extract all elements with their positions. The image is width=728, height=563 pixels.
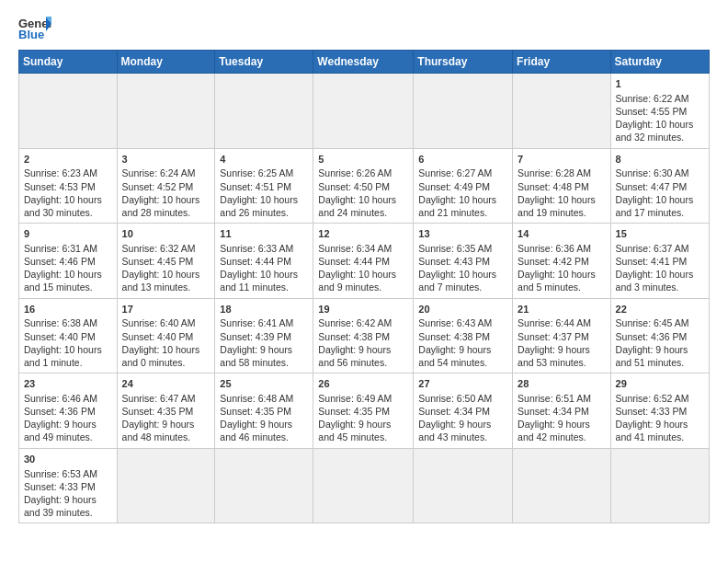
day-number: 3 xyxy=(122,153,210,167)
day-number: 27 xyxy=(418,377,507,391)
calendar-cell xyxy=(117,448,215,523)
calendar-cell: 12Sunrise: 6:34 AMSunset: 4:44 PMDayligh… xyxy=(313,224,414,299)
sun-info: Sunrise: 6:49 AMSunset: 4:35 PMDaylight:… xyxy=(318,393,392,443)
day-number: 10 xyxy=(122,227,210,241)
sun-info: Sunrise: 6:30 AMSunset: 4:47 PMDaylight:… xyxy=(616,167,694,218)
calendar-cell: 20Sunrise: 6:43 AMSunset: 4:38 PMDayligh… xyxy=(414,298,513,373)
day-number: 2 xyxy=(24,153,112,167)
sun-info: Sunrise: 6:48 AMSunset: 4:35 PMDaylight:… xyxy=(220,393,293,443)
day-number: 22 xyxy=(616,303,704,316)
calendar-cell xyxy=(414,74,513,149)
logo: General Blue xyxy=(18,15,51,40)
day-number: 28 xyxy=(518,377,606,391)
calendar-cell: 15Sunrise: 6:37 AMSunset: 4:41 PMDayligh… xyxy=(610,224,709,299)
sun-info: Sunrise: 6:26 AMSunset: 4:50 PMDaylight:… xyxy=(318,167,396,218)
svg-text:Blue: Blue xyxy=(18,28,44,40)
calendar-cell: 6Sunrise: 6:27 AMSunset: 4:49 PMDaylight… xyxy=(414,148,513,224)
day-number: 21 xyxy=(518,303,606,316)
sun-info: Sunrise: 6:34 AMSunset: 4:44 PMDaylight:… xyxy=(318,243,396,293)
sun-info: Sunrise: 6:28 AMSunset: 4:48 PMDaylight:… xyxy=(518,167,596,218)
sun-info: Sunrise: 6:23 AMSunset: 4:53 PMDaylight:… xyxy=(24,167,102,218)
day-number: 5 xyxy=(318,153,408,167)
calendar-cell: 18Sunrise: 6:41 AMSunset: 4:39 PMDayligh… xyxy=(215,298,313,373)
calendar-cell: 1Sunrise: 6:22 AMSunset: 4:55 PMDaylight… xyxy=(610,74,709,149)
logo-icon: General Blue xyxy=(18,15,51,40)
week-row: 9Sunrise: 6:31 AMSunset: 4:46 PMDaylight… xyxy=(19,224,710,299)
sun-info: Sunrise: 6:46 AMSunset: 4:36 PMDaylight:… xyxy=(24,393,97,443)
calendar-cell: 23Sunrise: 6:46 AMSunset: 4:36 PMDayligh… xyxy=(19,373,118,449)
calendar-cell xyxy=(513,74,611,149)
sun-info: Sunrise: 6:37 AMSunset: 4:41 PMDaylight:… xyxy=(616,243,694,293)
calendar-cell: 3Sunrise: 6:24 AMSunset: 4:52 PMDaylight… xyxy=(117,148,215,224)
calendar-cell: 8Sunrise: 6:30 AMSunset: 4:47 PMDaylight… xyxy=(610,148,709,224)
header: General Blue xyxy=(18,15,710,40)
day-number: 7 xyxy=(518,153,606,167)
day-number: 25 xyxy=(220,377,308,391)
sun-info: Sunrise: 6:36 AMSunset: 4:42 PMDaylight:… xyxy=(518,243,596,293)
sun-info: Sunrise: 6:41 AMSunset: 4:39 PMDaylight:… xyxy=(220,317,293,368)
calendar-cell: 7Sunrise: 6:28 AMSunset: 4:48 PMDaylight… xyxy=(513,148,611,224)
calendar-cell xyxy=(19,74,118,149)
week-row: 2Sunrise: 6:23 AMSunset: 4:53 PMDaylight… xyxy=(19,148,710,224)
calendar-cell: 24Sunrise: 6:47 AMSunset: 4:35 PMDayligh… xyxy=(117,373,215,449)
calendar-cell xyxy=(513,448,611,523)
day-number: 9 xyxy=(24,227,112,241)
calendar-cell: 13Sunrise: 6:35 AMSunset: 4:43 PMDayligh… xyxy=(414,224,513,299)
calendar-cell: 14Sunrise: 6:36 AMSunset: 4:42 PMDayligh… xyxy=(513,224,611,299)
weekday-saturday: Saturday xyxy=(610,51,709,74)
calendar-cell xyxy=(117,74,215,149)
calendar-cell xyxy=(610,448,709,523)
calendar-cell xyxy=(313,74,414,149)
sun-info: Sunrise: 6:22 AMSunset: 4:55 PMDaylight:… xyxy=(616,93,694,144)
weekday-wednesday: Wednesday xyxy=(313,51,414,74)
sun-info: Sunrise: 6:27 AMSunset: 4:49 PMDaylight:… xyxy=(418,167,496,218)
calendar-cell: 29Sunrise: 6:52 AMSunset: 4:33 PMDayligh… xyxy=(610,373,709,449)
sun-info: Sunrise: 6:32 AMSunset: 4:45 PMDaylight:… xyxy=(122,243,200,293)
day-number: 24 xyxy=(122,377,210,391)
week-row: 30Sunrise: 6:53 AMSunset: 4:33 PMDayligh… xyxy=(19,448,710,523)
day-number: 18 xyxy=(220,303,308,316)
calendar-cell: 9Sunrise: 6:31 AMSunset: 4:46 PMDaylight… xyxy=(19,224,118,299)
sun-info: Sunrise: 6:38 AMSunset: 4:40 PMDaylight:… xyxy=(24,317,102,368)
day-number: 23 xyxy=(24,377,112,391)
sun-info: Sunrise: 6:33 AMSunset: 4:44 PMDaylight:… xyxy=(220,243,298,293)
sun-info: Sunrise: 6:31 AMSunset: 4:46 PMDaylight:… xyxy=(24,243,102,293)
day-number: 15 xyxy=(616,227,704,241)
day-number: 4 xyxy=(220,153,308,167)
calendar-cell: 11Sunrise: 6:33 AMSunset: 4:44 PMDayligh… xyxy=(215,224,313,299)
sun-info: Sunrise: 6:51 AMSunset: 4:34 PMDaylight:… xyxy=(518,393,591,443)
day-number: 14 xyxy=(518,227,606,241)
sun-info: Sunrise: 6:45 AMSunset: 4:36 PMDaylight:… xyxy=(616,317,689,368)
sun-info: Sunrise: 6:25 AMSunset: 4:51 PMDaylight:… xyxy=(220,167,298,218)
sun-info: Sunrise: 6:52 AMSunset: 4:33 PMDaylight:… xyxy=(616,393,689,443)
calendar-cell: 21Sunrise: 6:44 AMSunset: 4:37 PMDayligh… xyxy=(513,298,611,373)
day-number: 20 xyxy=(418,303,507,316)
sun-info: Sunrise: 6:24 AMSunset: 4:52 PMDaylight:… xyxy=(122,167,200,218)
weekday-monday: Monday xyxy=(117,51,215,74)
calendar-cell: 27Sunrise: 6:50 AMSunset: 4:34 PMDayligh… xyxy=(414,373,513,449)
sun-info: Sunrise: 6:42 AMSunset: 4:38 PMDaylight:… xyxy=(318,317,392,368)
day-number: 29 xyxy=(616,377,704,391)
sun-info: Sunrise: 6:50 AMSunset: 4:34 PMDaylight:… xyxy=(418,393,492,443)
sun-info: Sunrise: 6:47 AMSunset: 4:35 PMDaylight:… xyxy=(122,393,196,443)
calendar-cell: 10Sunrise: 6:32 AMSunset: 4:45 PMDayligh… xyxy=(117,224,215,299)
day-number: 30 xyxy=(24,453,112,466)
day-number: 19 xyxy=(318,303,408,316)
day-number: 1 xyxy=(616,77,704,91)
calendar-cell xyxy=(215,448,313,523)
calendar-cell: 30Sunrise: 6:53 AMSunset: 4:33 PMDayligh… xyxy=(19,448,118,523)
calendar-cell: 22Sunrise: 6:45 AMSunset: 4:36 PMDayligh… xyxy=(610,298,709,373)
calendar-cell: 19Sunrise: 6:42 AMSunset: 4:38 PMDayligh… xyxy=(313,298,414,373)
calendar-cell: 5Sunrise: 6:26 AMSunset: 4:50 PMDaylight… xyxy=(313,148,414,224)
week-row: 16Sunrise: 6:38 AMSunset: 4:40 PMDayligh… xyxy=(19,298,710,373)
calendar: SundayMondayTuesdayWednesdayThursdayFrid… xyxy=(18,50,710,523)
day-number: 12 xyxy=(318,227,408,241)
sun-info: Sunrise: 6:53 AMSunset: 4:33 PMDaylight:… xyxy=(24,468,97,519)
day-number: 13 xyxy=(418,227,507,241)
day-number: 11 xyxy=(220,227,308,241)
day-number: 26 xyxy=(318,377,408,391)
weekday-sunday: Sunday xyxy=(19,51,118,74)
day-number: 16 xyxy=(24,303,112,316)
weekday-header-row: SundayMondayTuesdayWednesdayThursdayFrid… xyxy=(19,51,710,74)
calendar-cell: 25Sunrise: 6:48 AMSunset: 4:35 PMDayligh… xyxy=(215,373,313,449)
